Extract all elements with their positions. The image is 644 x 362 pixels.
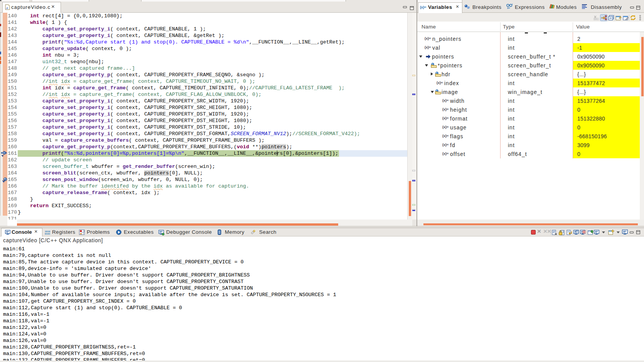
svg-text:.c: .c	[6, 7, 8, 9]
svg-text:x=: x=	[507, 7, 510, 9]
svg-text:0101: 0101	[45, 233, 50, 235]
